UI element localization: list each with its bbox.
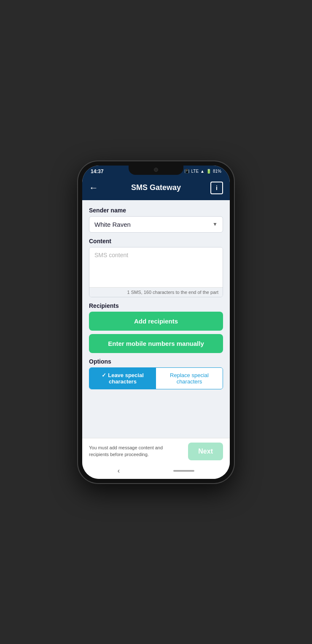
sms-counter: 1 SMS, 160 characters to the end of the … [89, 287, 223, 297]
content-box: 1 SMS, 160 characters to the end of the … [89, 247, 223, 297]
status-icons: 📳 LTE ▲ 🔋 81% [184, 169, 221, 174]
options-label: Options [89, 358, 223, 365]
sender-section: Sender name White Raven ▼ [89, 207, 223, 233]
content-label: Content [89, 238, 223, 245]
info-button[interactable]: i [210, 182, 223, 194]
status-time: 14:37 [91, 168, 104, 174]
phone-shell: 14:37 📳 LTE ▲ 🔋 81% ← SMS Gateway i Send… [78, 161, 234, 483]
leave-special-option[interactable]: ✓Leave special characters [89, 368, 156, 389]
nav-back-arrow[interactable]: ‹ [118, 467, 120, 475]
app-header: ← SMS Gateway i [82, 177, 230, 200]
check-icon: ✓ [102, 372, 106, 378]
next-button[interactable]: Next [188, 443, 223, 460]
recipients-section: Recipients Add recipients Enter mobile n… [89, 302, 223, 353]
options-section: Options ✓Leave special characters Replac… [89, 358, 223, 389]
sender-dropdown[interactable]: White Raven ▼ [89, 216, 223, 233]
page-title: SMS Gateway [102, 183, 210, 192]
home-indicator[interactable] [173, 470, 194, 472]
battery-percent: 81% [213, 169, 221, 174]
battery-icon: 🔋 [206, 169, 211, 174]
notch [129, 166, 183, 175]
sender-label: Sender name [89, 207, 223, 214]
special-chars-toggle: ✓Leave special characters Replace specia… [89, 367, 223, 389]
bottom-bar: You must add message content and recipie… [82, 438, 230, 465]
replace-special-option[interactable]: Replace special characters [156, 368, 223, 389]
notch-camera [154, 168, 158, 172]
chevron-down-icon: ▼ [212, 221, 218, 227]
vibrate-icon: 📳 [184, 169, 189, 174]
add-recipients-button[interactable]: Add recipients [89, 312, 223, 331]
enter-numbers-button[interactable]: Enter mobile numbers manually [89, 334, 223, 353]
phone-nav: ‹ [82, 465, 230, 479]
replace-special-label: Replace special characters [170, 372, 209, 385]
content-area: Sender name White Raven ▼ Content 1 SMS,… [82, 200, 230, 438]
recipients-label: Recipients [89, 302, 223, 309]
signal-icon: ▲ [200, 169, 204, 174]
lte-label: LTE [191, 169, 199, 174]
sender-value: White Raven [94, 221, 131, 228]
phone-screen: 14:37 📳 LTE ▲ 🔋 81% ← SMS Gateway i Send… [82, 166, 230, 479]
back-button[interactable]: ← [89, 181, 102, 195]
sms-content-input[interactable] [89, 247, 223, 285]
leave-special-label: Leave special characters [108, 372, 144, 385]
content-section: Content 1 SMS, 160 characters to the end… [89, 238, 223, 297]
warning-text: You must add message content and recipie… [89, 445, 183, 458]
